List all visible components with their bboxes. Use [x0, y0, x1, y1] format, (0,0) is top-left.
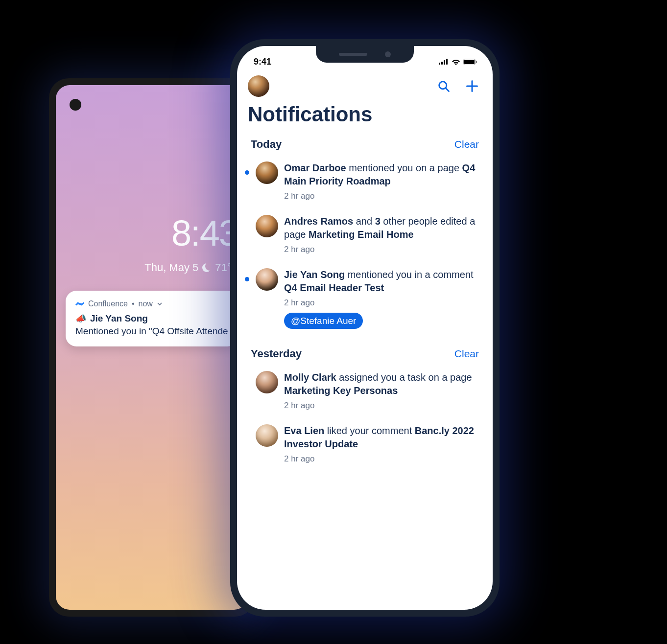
notification-text: Eva Lien liked your comment Banc.ly 2022…	[284, 424, 479, 465]
section-label: Yesterday	[251, 347, 302, 360]
dot-separator: •	[132, 299, 135, 308]
notch-camera	[385, 51, 391, 57]
notification-time: 2 hr ago	[284, 244, 479, 255]
android-date-row: Thu, May 5 71°F	[144, 261, 238, 274]
notification-text: Andres Ramos and 3 other people edited a…	[284, 215, 479, 255]
svg-rect-5	[464, 60, 475, 64]
notch-speaker	[339, 53, 367, 56]
android-date: Thu, May 5	[144, 261, 198, 274]
android-lock-screen: 8:43 Thu, May 5 71°F Confluence • now 📣 …	[56, 85, 248, 610]
notification-item[interactable]: Molly Clark assigned you a task on a pag…	[237, 367, 493, 420]
app-header	[237, 70, 493, 97]
notification-item[interactable]: Jie Yan Song mentioned you in a comment …	[237, 264, 493, 338]
avatar[interactable]	[256, 215, 278, 237]
svg-rect-6	[476, 61, 477, 63]
android-notification-header: Confluence • now	[75, 299, 228, 308]
iphone-screen: 9:41	[237, 46, 493, 610]
search-icon[interactable]	[437, 79, 451, 93]
notification-item[interactable]: Omar Darboe mentioned you on a page Q4 M…	[237, 158, 493, 211]
page-title: Notifications	[237, 97, 493, 135]
android-notification-card[interactable]: Confluence • now 📣 Jie Yan Song Mentione…	[66, 291, 238, 346]
mention-chip[interactable]: @Stefanie Auer	[284, 313, 363, 329]
moon-icon	[202, 263, 211, 272]
android-notification-title: Jie Yan Song	[90, 313, 148, 324]
android-camera-cutout	[70, 99, 81, 111]
notification-item[interactable]: Eva Lien liked your comment Banc.ly 2022…	[237, 420, 493, 474]
svg-rect-2	[444, 60, 445, 65]
section-header-yesterday: Yesterday Clear	[237, 338, 493, 367]
wifi-icon	[452, 59, 460, 65]
notification-text: Jie Yan Song mentioned you in a comment …	[284, 268, 479, 329]
svg-rect-0	[439, 63, 440, 65]
android-notification-app: Confluence	[88, 299, 128, 308]
notification-text: Molly Clark assigned you a task on a pag…	[284, 371, 479, 412]
clear-button[interactable]: Clear	[454, 348, 479, 360]
iphone-notch	[316, 46, 414, 63]
iphone-frame: 9:41	[230, 39, 500, 617]
battery-icon	[463, 59, 477, 65]
android-notification-when: now	[139, 299, 153, 308]
notification-time: 2 hr ago	[284, 298, 479, 309]
notification-time: 2 hr ago	[284, 400, 479, 412]
profile-avatar[interactable]	[248, 75, 269, 97]
section-label: Today	[251, 138, 282, 151]
cellular-signal-icon	[439, 59, 449, 65]
avatar[interactable]	[256, 371, 278, 393]
android-phone-frame: 8:43 Thu, May 5 71°F Confluence • now 📣 …	[49, 78, 255, 617]
svg-rect-1	[441, 62, 443, 65]
plus-icon[interactable]	[465, 79, 479, 93]
svg-rect-3	[446, 59, 448, 65]
chevron-down-icon[interactable]	[157, 301, 163, 307]
svg-line-8	[446, 88, 449, 91]
section-header-today: Today Clear	[237, 135, 493, 158]
unread-dot-icon	[245, 277, 249, 281]
notification-text: Omar Darboe mentioned you on a page Q4 M…	[284, 161, 479, 202]
notification-time: 2 hr ago	[284, 191, 479, 202]
clear-button[interactable]: Clear	[454, 138, 479, 150]
avatar[interactable]	[256, 424, 278, 447]
confluence-icon	[75, 299, 84, 308]
status-time: 9:41	[254, 57, 271, 67]
avatar[interactable]	[256, 268, 278, 291]
unread-dot-icon	[245, 170, 249, 175]
android-clock: 8:43	[171, 212, 238, 254]
notification-item[interactable]: Andres Ramos and 3 other people edited a…	[237, 211, 493, 264]
avatar[interactable]	[256, 161, 278, 184]
android-notification-body: Mentioned you in "Q4 Offsite Attende	[75, 326, 228, 337]
notification-time: 2 hr ago	[284, 454, 479, 465]
megaphone-icon: 📣	[75, 313, 86, 324]
